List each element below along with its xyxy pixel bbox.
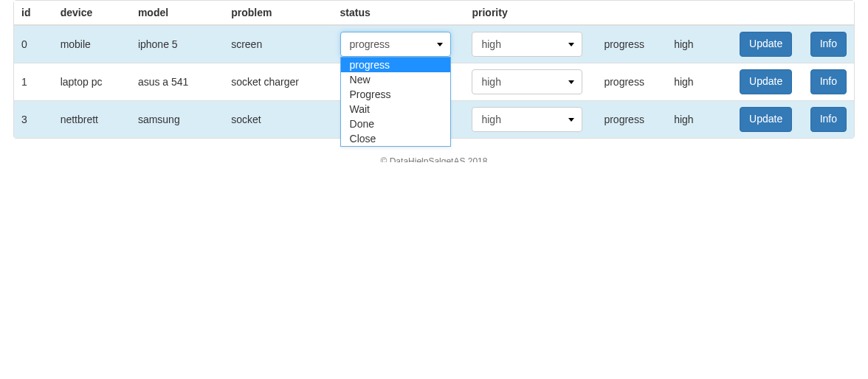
cell-status-text: progress	[596, 101, 666, 139]
info-button[interactable]: Info	[810, 69, 847, 94]
th-id: id	[14, 1, 53, 25]
tickets-panel: id device model problem status priority …	[13, 0, 855, 139]
cell-model: iphone 5	[131, 25, 224, 63]
cell-priority-select: high	[464, 63, 596, 101]
cell-problem: socket charger	[224, 63, 332, 101]
status-select-listbox[interactable]: progressNewProgressWaitDoneClose	[340, 57, 451, 147]
footer-copyright: © DataHjelpSalgetAS 2018	[13, 156, 855, 162]
cell-status-text: progress	[596, 25, 666, 63]
update-button[interactable]: Update	[740, 69, 792, 94]
status-option[interactable]: Wait	[341, 102, 450, 117]
cell-update: Update	[728, 63, 799, 101]
cell-priority-select: high	[464, 101, 596, 139]
table-header-row: id device model problem status priority	[14, 1, 854, 25]
status-select-value: progress	[350, 38, 390, 50]
priority-select[interactable]: high	[472, 32, 582, 57]
info-button[interactable]: Info	[810, 107, 847, 132]
cell-problem: socket	[224, 101, 332, 139]
priority-select[interactable]: high	[472, 107, 582, 132]
status-option[interactable]: Done	[341, 117, 450, 131]
status-option[interactable]: New	[341, 72, 450, 87]
cell-id: 0	[14, 25, 53, 63]
update-button[interactable]: Update	[740, 107, 792, 132]
cell-info: Info	[799, 63, 854, 101]
cell-model: asus a 541	[131, 63, 224, 101]
status-option[interactable]: Close	[341, 131, 450, 146]
cell-device: laptop pc	[53, 63, 131, 101]
cell-info: Info	[799, 25, 854, 63]
th-device: device	[53, 1, 131, 25]
th-info	[799, 1, 854, 25]
cell-problem: screen	[224, 25, 332, 63]
chevron-down-icon	[437, 43, 443, 46]
cell-priority-select: high	[464, 25, 596, 63]
cell-device: nettbrett	[53, 101, 131, 139]
status-select[interactable]: progressprogressNewProgressWaitDoneClose	[340, 32, 451, 57]
cell-priority-text: high	[666, 63, 728, 101]
cell-update: Update	[728, 101, 799, 139]
priority-select-value: high	[481, 114, 500, 125]
th-priority-text	[666, 1, 728, 25]
cell-id: 3	[14, 101, 53, 139]
tickets-table: id device model problem status priority …	[14, 1, 854, 138]
status-option[interactable]: Progress	[341, 87, 450, 102]
th-status-text	[596, 1, 666, 25]
chevron-down-icon	[568, 118, 574, 122]
th-model: model	[131, 1, 224, 25]
priority-select-value: high	[481, 76, 500, 88]
cell-priority-text: high	[666, 25, 728, 63]
info-button[interactable]: Info	[810, 32, 847, 57]
th-problem: problem	[224, 1, 332, 25]
th-priority: priority	[464, 1, 596, 25]
cell-status-select: progressprogressNewProgressWaitDoneClose	[333, 25, 465, 63]
cell-model: samsung	[131, 101, 224, 139]
cell-status-text: progress	[596, 63, 666, 101]
cell-priority-text: high	[666, 101, 728, 139]
chevron-down-icon	[568, 43, 574, 46]
cell-info: Info	[799, 101, 854, 139]
priority-select[interactable]: high	[472, 69, 582, 94]
chevron-down-icon	[568, 80, 574, 84]
th-status: status	[333, 1, 465, 25]
cell-device: mobile	[53, 25, 131, 63]
th-update	[728, 1, 799, 25]
status-option[interactable]: progress	[341, 58, 450, 72]
priority-select-value: high	[481, 38, 500, 50]
update-button[interactable]: Update	[740, 32, 792, 57]
table-row: 0mobileiphone 5screenprogressprogressNew…	[14, 25, 854, 63]
cell-id: 1	[14, 63, 53, 101]
cell-update: Update	[728, 25, 799, 63]
